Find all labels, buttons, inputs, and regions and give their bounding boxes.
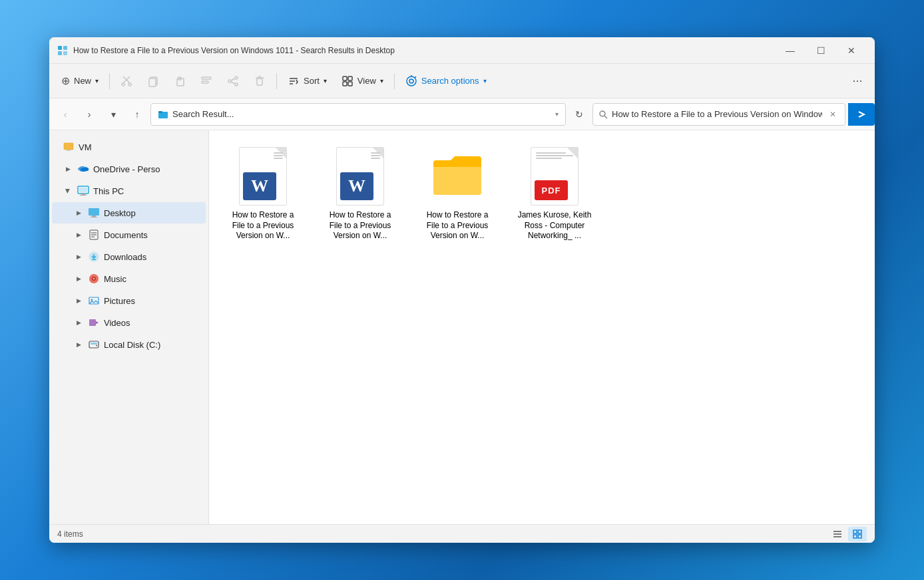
videos-icon [88, 317, 100, 329]
title-bar: How to Restore a File to a Previous Vers… [49, 37, 875, 64]
share-button[interactable] [220, 69, 246, 93]
list-view-button[interactable] [828, 527, 847, 541]
toolbar: ⊕ New ▾ [49, 64, 875, 98]
address-bar[interactable]: Search Result... ▾ [150, 103, 566, 126]
music-chevron-icon: ▶ [73, 273, 84, 284]
window-controls: — ☐ ✕ [775, 41, 867, 61]
view-toggle-buttons [828, 527, 867, 541]
sidebar-onedrive-label: OneDrive - Perso [93, 164, 200, 174]
sort-label: Sort [304, 76, 320, 86]
downloads-chevron-icon: ▶ [73, 251, 84, 262]
search-options-chevron-icon: ▾ [483, 77, 487, 84]
svg-rect-58 [89, 319, 96, 326]
search-clear-button[interactable]: ✕ [826, 108, 839, 121]
delete-button[interactable] [247, 69, 272, 93]
sidebar-music-label: Music [104, 274, 200, 284]
sidebar-item-downloads[interactable]: ▶ Downloads [52, 246, 206, 267]
back-button[interactable]: ‹ [55, 104, 76, 125]
sidebar-item-videos[interactable]: ▶ Videos [52, 312, 206, 333]
pictures-chevron-icon: ▶ [73, 295, 84, 306]
documents-chevron-icon: ▶ [73, 229, 84, 240]
search-input[interactable] [612, 109, 822, 119]
content-area: VM ▶ OneDrive - Perso ▶ [49, 130, 875, 524]
paste-icon [174, 75, 186, 87]
rename-icon [200, 75, 212, 87]
sidebar-item-documents[interactable]: ▶ Documents [52, 224, 206, 245]
minimize-button[interactable]: — [775, 41, 806, 61]
svg-point-16 [235, 83, 238, 86]
file-item[interactable]: PDF James Kurose, Keith Ross - Computer … [511, 141, 598, 247]
sidebar-pictures-label: Pictures [104, 296, 200, 306]
cut-button[interactable] [114, 69, 139, 93]
cut-icon [120, 75, 132, 87]
refresh-button[interactable]: ↻ [569, 104, 590, 125]
more-options-button[interactable]: ··· [845, 69, 869, 93]
svg-rect-28 [348, 82, 352, 86]
sidebar-item-music[interactable]: ▶ Music [52, 268, 206, 289]
main-file-area: W How to Restore a File to a Previous Ve… [209, 130, 875, 524]
svg-line-18 [231, 82, 235, 84]
sort-button[interactable]: Sort ▾ [281, 69, 334, 93]
sidebar-item-onedrive[interactable]: ▶ OneDrive - Perso [52, 158, 206, 180]
svg-rect-43 [89, 208, 99, 216]
file-name-1: How to Restore a File to a Previous Vers… [225, 210, 301, 241]
grid-view-icon [853, 529, 862, 539]
thispc-icon [77, 185, 89, 197]
file-icon-word-2: W [330, 146, 390, 206]
file-icon-pdf-1: PDF [525, 146, 584, 206]
search-go-button[interactable] [848, 103, 875, 126]
search-options-label: Search options [421, 76, 479, 86]
view-icon [342, 75, 353, 87]
sidebar-item-localdisk[interactable]: ▶ Local Disk (C:) [52, 334, 206, 355]
view-button[interactable]: View ▾ [335, 69, 390, 93]
rename-button[interactable] [194, 69, 219, 93]
toolbar-divider-1 [109, 73, 110, 89]
music-icon [88, 273, 100, 285]
svg-point-29 [409, 79, 413, 83]
svg-rect-38 [67, 150, 71, 151]
sidebar-item-vm[interactable]: VM [52, 136, 206, 158]
file-item[interactable]: W How to Restore a File to a Previous Ve… [220, 141, 306, 247]
svg-rect-19 [257, 78, 262, 85]
svg-rect-9 [149, 78, 156, 86]
window-title: How to Restore a File to a Previous Vers… [73, 46, 775, 55]
up-button[interactable]: ↑ [126, 104, 148, 125]
new-button[interactable]: ⊕ New ▾ [55, 69, 105, 93]
file-name-2: How to Restore a File to a Previous Vers… [322, 210, 398, 241]
svg-rect-42 [80, 195, 87, 196]
close-button[interactable]: ✕ [836, 41, 867, 61]
file-item[interactable]: W How to Restore a File to a Previous Ve… [317, 141, 403, 247]
svg-line-32 [415, 76, 416, 78]
sort-icon [288, 75, 300, 87]
svg-rect-26 [348, 76, 352, 80]
share-icon [227, 75, 239, 87]
svg-rect-27 [343, 82, 347, 86]
search-options-button[interactable]: Search options ▾ [399, 69, 493, 93]
svg-point-35 [600, 111, 605, 116]
grid-view-button[interactable] [848, 527, 867, 541]
sidebar-item-desktop[interactable]: ▶ Desktop [52, 202, 206, 223]
address-expand-icon[interactable]: ▾ [555, 110, 559, 118]
recent-locations-button[interactable]: ▾ [103, 104, 124, 125]
list-view-icon [833, 529, 842, 539]
svg-point-57 [91, 299, 93, 301]
documents-icon [88, 229, 100, 241]
file-grid: W How to Restore a File to a Previous Ve… [220, 141, 864, 247]
paste-button[interactable] [167, 69, 192, 93]
copy-button[interactable] [140, 69, 166, 93]
svg-rect-45 [91, 217, 97, 218]
sidebar-downloads-label: Downloads [104, 252, 200, 262]
localdisk-chevron-icon: ▶ [73, 339, 84, 350]
sidebar-item-thispc[interactable]: ▶ This PC [52, 180, 206, 202]
downloads-icon [88, 251, 100, 263]
sidebar-item-pictures[interactable]: ▶ Pictures [52, 290, 206, 311]
delete-icon [254, 75, 266, 87]
maximize-button[interactable]: ☐ [806, 41, 836, 61]
file-explorer-window: How to Restore a File to a Previous Vers… [49, 37, 875, 543]
forward-button[interactable]: › [79, 104, 100, 125]
items-count: 4 items [57, 529, 83, 539]
sidebar-thispc-label: This PC [93, 186, 200, 196]
file-item[interactable]: How to Restore a File to a Previous Vers… [414, 141, 501, 247]
svg-rect-66 [853, 530, 857, 533]
toolbar-divider-3 [394, 73, 395, 89]
